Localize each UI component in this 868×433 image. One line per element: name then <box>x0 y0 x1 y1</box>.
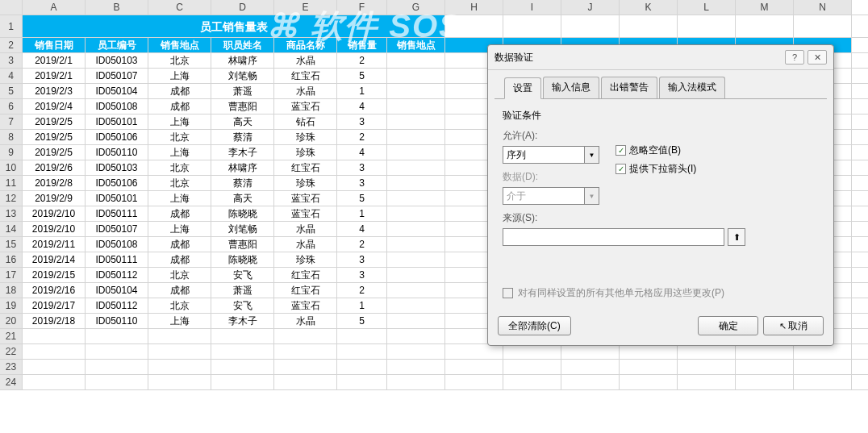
cell[interactable] <box>387 160 445 175</box>
cell[interactable]: 2019/2/18 <box>23 314 86 328</box>
cell[interactable]: 1 <box>337 84 387 98</box>
cell[interactable]: 销售量 <box>337 38 387 52</box>
cell[interactable] <box>387 176 445 190</box>
column-header-D[interactable]: D <box>211 0 274 15</box>
cell[interactable]: 水晶 <box>274 53 337 68</box>
cell[interactable]: ID050111 <box>86 206 148 221</box>
cell[interactable] <box>445 15 503 37</box>
cell[interactable] <box>678 360 736 374</box>
row-header[interactable]: 6 <box>0 99 23 114</box>
cell[interactable]: 安飞 <box>211 268 274 282</box>
cell[interactable] <box>387 329 445 343</box>
cell[interactable]: 2019/2/15 <box>23 268 86 282</box>
cell[interactable] <box>794 344 852 359</box>
cell[interactable]: 2019/2/16 <box>23 283 86 298</box>
cell[interactable] <box>387 344 445 359</box>
cell[interactable]: 2019/2/6 <box>23 160 86 175</box>
cell[interactable]: 萧遥 <box>211 283 274 298</box>
cell[interactable]: ID050110 <box>86 314 148 328</box>
cell[interactable]: 成都 <box>148 99 211 114</box>
cell[interactable]: ID050106 <box>86 176 148 190</box>
column-header-F[interactable]: F <box>337 0 387 15</box>
column-header-N[interactable]: N <box>794 0 852 15</box>
cell[interactable]: 珍珠 <box>274 145 337 160</box>
cell[interactable] <box>387 145 445 160</box>
tab-2[interactable]: 出错警告 <box>601 77 657 98</box>
cell[interactable] <box>23 344 86 359</box>
cell[interactable] <box>387 53 445 68</box>
cell[interactable]: 成都 <box>148 206 211 221</box>
cell[interactable] <box>23 360 86 374</box>
cell[interactable]: 2 <box>337 237 387 252</box>
cell[interactable] <box>274 375 337 389</box>
cell[interactable]: 2019/2/14 <box>23 252 86 267</box>
tab-0[interactable]: 设置 <box>504 77 541 99</box>
cell[interactable]: 3 <box>337 268 387 282</box>
row-header[interactable]: 8 <box>0 130 23 144</box>
cell[interactable] <box>620 360 678 374</box>
cell[interactable] <box>387 191 445 206</box>
close-button[interactable]: ✕ <box>807 50 827 65</box>
row-header[interactable]: 4 <box>0 69 23 83</box>
cell[interactable] <box>211 344 274 359</box>
cell[interactable]: 上海 <box>148 191 211 206</box>
cell[interactable]: 珍珠 <box>274 130 337 144</box>
column-header-I[interactable]: I <box>503 0 561 15</box>
cell[interactable] <box>445 360 503 374</box>
cell[interactable]: 4 <box>337 145 387 160</box>
cell[interactable]: 红宝石 <box>274 69 337 83</box>
cell[interactable]: 上海 <box>148 314 211 328</box>
cell[interactable]: 刘笔畅 <box>211 222 274 236</box>
cell[interactable]: 李木子 <box>211 314 274 328</box>
cell[interactable]: 2019/2/5 <box>23 130 86 144</box>
cell[interactable] <box>274 360 337 374</box>
cell[interactable] <box>561 360 620 374</box>
cell[interactable]: 安飞 <box>211 298 274 313</box>
cell[interactable]: 2019/2/11 <box>23 237 86 252</box>
tab-1[interactable]: 输入信息 <box>543 77 599 98</box>
column-header-G[interactable]: G <box>387 0 445 15</box>
cell[interactable]: 蓝宝石 <box>274 99 337 114</box>
cell[interactable] <box>620 344 678 359</box>
cell[interactable]: 5 <box>337 314 387 328</box>
column-header-A[interactable]: A <box>23 0 86 15</box>
cell[interactable]: ID050112 <box>86 298 148 313</box>
cell[interactable] <box>23 329 86 343</box>
cell[interactable] <box>503 15 561 37</box>
cell[interactable]: 珍珠 <box>274 176 337 190</box>
cell[interactable]: 刘笔畅 <box>211 69 274 83</box>
cell[interactable] <box>86 375 148 389</box>
select-all-corner[interactable] <box>0 0 23 15</box>
cell[interactable]: 商品名称 <box>274 38 337 52</box>
cell[interactable]: ID050103 <box>86 160 148 175</box>
clear-all-button[interactable]: 全部清除(C) <box>498 316 571 335</box>
cell[interactable] <box>211 375 274 389</box>
cell[interactable] <box>678 344 736 359</box>
cell[interactable]: 红宝石 <box>274 283 337 298</box>
cell[interactable]: 成都 <box>148 283 211 298</box>
allow-select[interactable]: 序列 <box>503 146 599 164</box>
row-header[interactable]: 18 <box>0 283 23 298</box>
cell[interactable]: 钻石 <box>274 114 337 129</box>
cell[interactable] <box>148 344 211 359</box>
cell[interactable] <box>387 84 445 98</box>
cell[interactable]: 蓝宝石 <box>274 191 337 206</box>
cell[interactable]: 水晶 <box>274 84 337 98</box>
cell[interactable]: 水晶 <box>274 237 337 252</box>
row-header[interactable]: 10 <box>0 160 23 175</box>
range-picker-button[interactable]: ⬆ <box>728 228 745 246</box>
cell[interactable]: 2019/2/10 <box>23 222 86 236</box>
row-header[interactable]: 23 <box>0 360 23 374</box>
cell[interactable]: 2019/2/17 <box>23 298 86 313</box>
row-header[interactable]: 14 <box>0 222 23 236</box>
cancel-button[interactable]: ↖取消 <box>763 316 824 335</box>
cell[interactable] <box>387 314 445 328</box>
cell[interactable]: 4 <box>337 99 387 114</box>
cell[interactable]: 2019/2/5 <box>23 145 86 160</box>
cell[interactable]: 销售地点 <box>387 38 445 52</box>
cell[interactable] <box>503 344 561 359</box>
cell[interactable] <box>736 344 794 359</box>
cell[interactable]: 3 <box>337 252 387 267</box>
cell[interactable] <box>148 375 211 389</box>
cell[interactable] <box>387 283 445 298</box>
